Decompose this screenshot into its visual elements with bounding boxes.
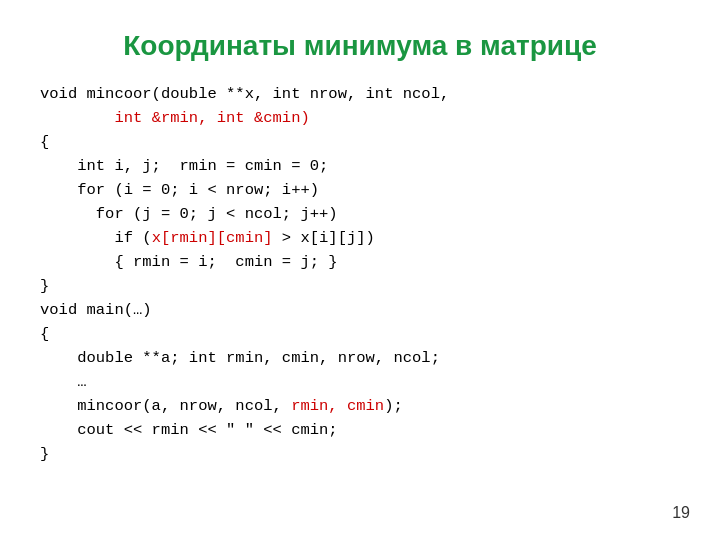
code-line-3: { [40,130,680,154]
code-line-9: } [40,274,680,298]
page-number: 19 [672,504,690,522]
code-line-4: int i, j; rmin = cmin = 0; [40,154,680,178]
code-line-11: { [40,322,680,346]
code-line-15: cout << rmin << " " << cmin; [40,418,680,442]
code-block: void mincoor(double **x, int nrow, int n… [40,82,680,466]
code-line-1: void mincoor(double **x, int nrow, int n… [40,82,680,106]
code-line-16: } [40,442,680,466]
code-line-14: mincoor(a, nrow, ncol, rmin, cmin); [40,394,680,418]
slide-title: Координаты минимума в матрице [40,30,680,62]
code-red-params: int &rmin, int &cmin) [114,109,309,127]
code-line-6: for (j = 0; j < ncol; j++) [40,202,680,226]
code-red-array: x[rmin][cmin] [152,229,273,247]
code-line-2: int &rmin, int &cmin) [40,106,680,130]
code-line-12: double **a; int rmin, cmin, nrow, ncol; [40,346,680,370]
slide: Координаты минимума в матрице void minco… [0,0,720,540]
code-line-7: if (x[rmin][cmin] > x[i][j]) [40,226,680,250]
code-red-call: rmin, cmin [291,397,384,415]
code-line-10: void main(…) [40,298,680,322]
code-line-5: for (i = 0; i < nrow; i++) [40,178,680,202]
code-line-13: … [40,370,680,394]
code-line-8: { rmin = i; cmin = j; } [40,250,680,274]
